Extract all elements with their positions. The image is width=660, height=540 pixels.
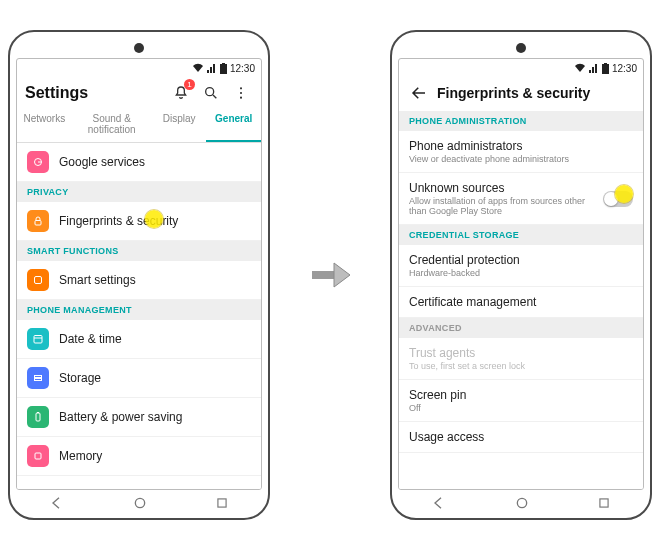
arrow-left-icon	[410, 84, 428, 102]
row-label: Usage access	[409, 430, 633, 444]
svg-point-4	[240, 87, 242, 89]
row-label: Storage	[59, 371, 251, 385]
storage-icon	[27, 367, 49, 389]
nav-bar	[398, 492, 644, 514]
battery-saving-icon	[27, 406, 49, 428]
svg-rect-19	[312, 271, 334, 279]
row-phone-administrators[interactable]: Phone administrators View or deactivate …	[399, 131, 643, 173]
svg-rect-16	[35, 453, 41, 459]
row-smart-settings[interactable]: Smart settings	[17, 261, 261, 300]
svg-rect-15	[37, 412, 39, 413]
app-bar: Settings 1	[17, 77, 261, 107]
signal-icon	[207, 63, 217, 73]
nav-recent-icon[interactable]	[215, 496, 229, 510]
section-smart-functions: SMART FUNCTIONS	[17, 241, 261, 261]
row-label: Date & time	[59, 332, 251, 346]
svg-rect-0	[220, 64, 227, 74]
page-title: Settings	[25, 84, 163, 102]
row-battery[interactable]: Battery & power saving	[17, 398, 261, 437]
page-title: Fingerprints & security	[437, 85, 635, 101]
svg-point-2	[206, 88, 214, 96]
nav-home-icon[interactable]	[132, 495, 148, 511]
battery-icon	[602, 63, 609, 74]
section-privacy: PRIVACY	[17, 182, 261, 202]
row-label: Memory	[59, 449, 251, 463]
row-label: Battery & power saving	[59, 410, 251, 424]
phone-left: 12:30 Settings 1 Networks Sound & notifi…	[8, 30, 270, 520]
row-label: Google services	[59, 155, 251, 169]
tab-sound[interactable]: Sound & notification	[72, 107, 152, 142]
signal-icon	[589, 63, 599, 73]
phone-speaker	[516, 43, 526, 53]
section-advanced: ADVANCED	[399, 318, 643, 338]
svg-point-17	[135, 498, 144, 507]
nav-bar	[16, 492, 262, 514]
svg-rect-18	[218, 499, 226, 507]
tabs: Networks Sound & notification Display Ge…	[17, 107, 261, 143]
row-usage-access[interactable]: Usage access	[399, 422, 643, 453]
more-vert-icon	[233, 85, 249, 101]
nav-home-icon[interactable]	[514, 495, 530, 511]
row-certificate-management[interactable]: Certificate management	[399, 287, 643, 318]
unknown-sources-toggle[interactable]	[603, 191, 633, 207]
search-icon	[203, 85, 219, 101]
section-phone-admin: PHONE ADMINISTRATION	[399, 111, 643, 131]
row-screen-pin[interactable]: Screen pin Off	[399, 380, 643, 422]
nav-recent-icon[interactable]	[597, 496, 611, 510]
svg-point-22	[517, 498, 526, 507]
back-button[interactable]	[407, 81, 431, 105]
nav-back-icon[interactable]	[49, 495, 65, 511]
wifi-icon	[192, 63, 204, 73]
row-storage[interactable]: Storage	[17, 359, 261, 398]
wifi-icon	[574, 63, 586, 73]
section-credential-storage: CREDENTIAL STORAGE	[399, 225, 643, 245]
calendar-icon	[27, 328, 49, 350]
row-label: Unknown sources Allow installation of ap…	[409, 181, 593, 216]
screen-right: 12:30 Fingerprints & security PHONE ADMI…	[398, 58, 644, 490]
google-icon	[27, 151, 49, 173]
svg-rect-20	[602, 64, 609, 74]
svg-rect-14	[36, 413, 40, 421]
status-time: 12:30	[612, 63, 637, 74]
row-google-services[interactable]: Google services	[17, 143, 261, 182]
status-bar: 12:30	[17, 59, 261, 77]
svg-point-5	[240, 92, 242, 94]
nav-back-icon[interactable]	[431, 495, 447, 511]
memory-icon	[27, 445, 49, 467]
svg-point-6	[240, 97, 242, 99]
settings-list[interactable]: Google services PRIVACY Fingerprints & s…	[17, 143, 261, 489]
status-time: 12:30	[230, 63, 255, 74]
row-unknown-sources[interactable]: Unknown sources Allow installation of ap…	[399, 173, 643, 225]
row-date-time[interactable]: Date & time	[17, 320, 261, 359]
row-label: Smart settings	[59, 273, 251, 287]
smart-icon	[27, 269, 49, 291]
row-credential-protection[interactable]: Credential protection Hardware-backed	[399, 245, 643, 287]
battery-icon	[220, 63, 227, 74]
svg-rect-8	[35, 221, 41, 226]
svg-line-3	[213, 95, 216, 98]
app-bar: Fingerprints & security	[399, 77, 643, 107]
row-trust-agents: Trust agents To use, first set a screen …	[399, 338, 643, 380]
row-label: Phone administrators View or deactivate …	[409, 139, 633, 164]
row-memory[interactable]: Memory	[17, 437, 261, 476]
svg-rect-23	[600, 499, 608, 507]
transition-arrow	[307, 259, 353, 291]
row-label: Screen pin Off	[409, 388, 633, 413]
row-label: Trust agents To use, first set a screen …	[409, 346, 633, 371]
notification-badge: 1	[184, 79, 195, 90]
security-list[interactable]: PHONE ADMINISTRATION Phone administrator…	[399, 111, 643, 489]
lock-icon	[27, 210, 49, 232]
phone-right: 12:30 Fingerprints & security PHONE ADMI…	[390, 30, 652, 520]
notifications-button[interactable]: 1	[169, 81, 193, 105]
screen-left: 12:30 Settings 1 Networks Sound & notifi…	[16, 58, 262, 490]
search-button[interactable]	[199, 81, 223, 105]
svg-rect-10	[34, 336, 42, 344]
svg-rect-1	[222, 63, 225, 64]
svg-rect-13	[35, 379, 42, 381]
tab-general[interactable]: General	[206, 107, 261, 142]
tab-display[interactable]: Display	[152, 107, 207, 142]
tab-networks[interactable]: Networks	[17, 107, 72, 142]
row-fingerprints-security[interactable]: Fingerprints & security	[17, 202, 261, 241]
overflow-button[interactable]	[229, 81, 253, 105]
section-phone-management: PHONE MANAGEMENT	[17, 300, 261, 320]
